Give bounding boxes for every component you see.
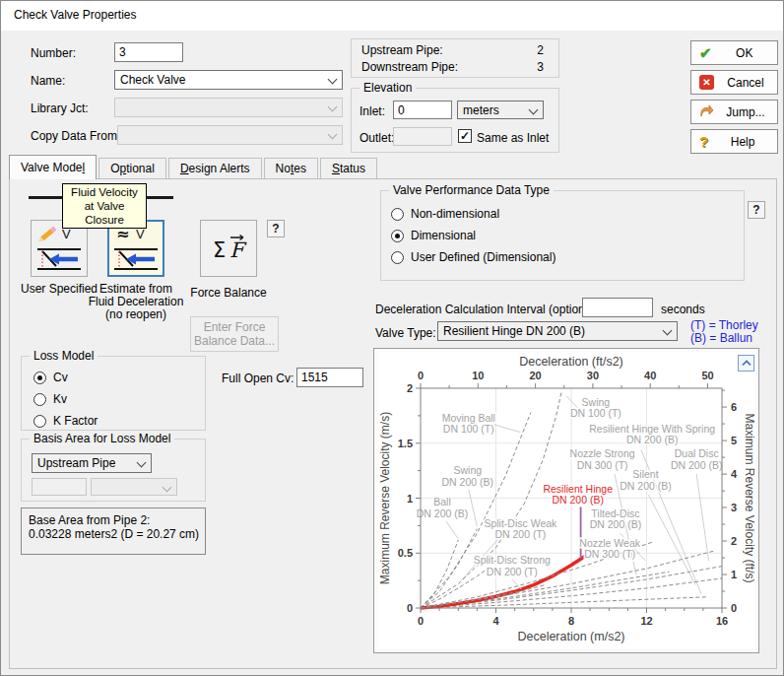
svg-text:30: 30 <box>587 370 599 381</box>
radio-label: Dimensional <box>411 229 476 242</box>
elevation-group-label: Elevation <box>359 81 416 95</box>
leader-line <box>469 490 478 527</box>
jump-button[interactable]: Jump... <box>690 100 778 124</box>
performance-help-button[interactable]: ? <box>748 201 765 219</box>
radio-dimensional[interactable]: Dimensional <box>391 229 555 242</box>
enter-force-balance-button: Enter Force Balance Data... <box>190 316 279 352</box>
basis-area-combo[interactable]: Upstream Pipe <box>32 453 152 473</box>
valve-type-combo[interactable]: Resilient Hinge DN 200 (B) <box>437 321 678 341</box>
radio-label: Kv <box>53 392 67 406</box>
question-icon: ? <box>699 133 708 150</box>
fluid-velocity-tooltip: Fluid Velocity at Valve Closure <box>62 183 147 229</box>
collapse-chart-button[interactable] <box>738 355 754 372</box>
svg-text:10: 10 <box>472 370 484 381</box>
tab-notes[interactable]: Notes <box>264 158 318 179</box>
same-as-inlet-checkbox[interactable]: ✓ <box>458 129 472 143</box>
inlet-elevation-input[interactable] <box>393 101 452 119</box>
leader-line <box>648 495 695 584</box>
base-area-info-box: Base Area from Pipe 2: 0.03228 meters2 (… <box>21 507 206 555</box>
chevron-down-icon <box>328 102 338 112</box>
tab-status[interactable]: Status <box>320 158 377 179</box>
curve-split-disc-weak-dn-200-t- <box>421 570 487 608</box>
ballun-note: (B) = Ballun <box>690 331 752 345</box>
svg-text:4: 4 <box>492 615 499 627</box>
radio-label: User Defined (Dimensional) <box>411 250 555 264</box>
radio-icon <box>33 415 46 428</box>
decel-interval-label: Deceleration Calculation Interval (optio… <box>375 303 601 316</box>
jump-arrow-icon <box>699 103 714 121</box>
performance-data-type-group: Valve Performance Data Type Non-dimensio… <box>380 190 745 281</box>
outlet-elevation-input <box>393 127 452 146</box>
radio-cv[interactable]: Cv <box>33 371 98 384</box>
svg-text:Σ: Σ <box>213 238 226 262</box>
radio-k-factor[interactable]: K Factor <box>33 414 98 428</box>
radio-kv[interactable]: Kv <box>33 392 98 406</box>
svg-text:2: 2 <box>731 535 737 547</box>
curve-label: Nozzle StrongDN 300 (T) <box>570 447 635 471</box>
inlet-unit-combo[interactable]: meters <box>457 101 544 119</box>
tab-design-alerts[interactable]: Design Alerts <box>168 158 262 179</box>
svg-text:3: 3 <box>731 502 737 513</box>
check-valve-properties-dialog: Check Valve Properties Number: Name: Che… <box>0 0 784 676</box>
curve-label: Resilient HingeDN 200 (B) <box>543 483 613 507</box>
curve-label: Split-Disc StrongDN 200 (T) <box>474 554 551 577</box>
curve-label: BallDN 200 (B) <box>417 496 469 519</box>
curve-label: Dual DiscDN 200 (B) <box>671 447 723 471</box>
svg-text:0: 0 <box>418 370 424 381</box>
number-label: Number: <box>31 46 76 60</box>
radio-icon <box>391 230 404 242</box>
upstream-pipe-label: Upstream Pipe: <box>361 43 443 57</box>
decel-interval-input[interactable] <box>582 298 653 317</box>
svg-text:0: 0 <box>731 602 737 614</box>
svg-text:F: F <box>229 238 247 262</box>
full-open-cv-label: Full Open Cv: <box>222 372 294 385</box>
svg-text:1: 1 <box>731 569 737 580</box>
force-balance-button[interactable]: Σ F <box>200 220 257 277</box>
radio-label: Cv <box>53 371 68 384</box>
leader-line <box>494 425 521 433</box>
chevron-down-icon <box>663 326 673 336</box>
svg-text:2: 2 <box>407 382 413 394</box>
library-jct-label: Library Jct: <box>31 101 89 115</box>
help-button[interactable]: ? Help <box>690 129 778 154</box>
title-bar: Check Valve Properties <box>1 1 783 31</box>
same-as-inlet-label: Same as Inlet <box>477 131 549 145</box>
name-combo[interactable]: Check Valve <box>114 70 343 90</box>
window-title: Check Valve Properties <box>14 8 137 22</box>
radio-non-dimensional[interactable]: Non-dimensional <box>391 207 555 221</box>
left-axis-title: Maximum Reverse Velocity (m/s) <box>378 412 392 584</box>
leader-line <box>446 521 459 539</box>
user-specified-icon: V <box>35 225 83 272</box>
radio-icon <box>391 251 404 264</box>
thorley-note: (T) = Thorley <box>690 318 758 332</box>
svg-text:20: 20 <box>529 370 541 381</box>
svg-text:V: V <box>136 227 145 241</box>
chevron-down-icon <box>328 75 338 85</box>
basis-area-group: Basis Area for Loss Model Upstream Pipe <box>21 439 206 502</box>
chevron-down-icon <box>137 458 147 468</box>
downstream-pipe-label: Downstream Pipe: <box>361 60 458 74</box>
full-open-cv-input[interactable] <box>296 368 363 387</box>
number-input[interactable] <box>114 42 183 62</box>
svg-text:0: 0 <box>407 602 413 614</box>
cancel-button[interactable]: ✕ Cancel <box>690 70 778 95</box>
svg-text:0: 0 <box>418 615 424 627</box>
upstream-pipe-value: 2 <box>537 43 544 57</box>
tab-valve-model[interactable]: Valve Model <box>9 155 97 179</box>
radio-user-defined-dimensional-[interactable]: User Defined (Dimensional) <box>391 250 555 264</box>
svg-text:5: 5 <box>731 435 737 446</box>
svg-text:1: 1 <box>407 493 413 505</box>
svg-text:V: V <box>62 227 71 241</box>
pipe-info-box: Upstream Pipe: 2 Downstream Pipe: 3 <box>351 38 559 78</box>
downstream-pipe-value: 3 <box>537 60 544 74</box>
force-balance-icon: Σ F <box>205 225 252 272</box>
loss-model-group-label: Loss Model <box>30 349 98 363</box>
valve-type-label: Valve Type: <box>375 326 436 340</box>
model-help-button[interactable]: ? <box>267 220 285 237</box>
force-balance-label: Force Balance <box>180 287 277 300</box>
curve-swing-dn-200-b- <box>421 529 477 608</box>
tab-optional[interactable]: Optional <box>98 158 166 179</box>
curve-label: SwingDN 100 (T) <box>570 396 621 420</box>
ok-button[interactable]: ✔ OK <box>690 40 778 65</box>
valve-performance-chart-panel: Moving BallDN 100 (T)SwingDN 100 (T)Resi… <box>373 348 759 653</box>
